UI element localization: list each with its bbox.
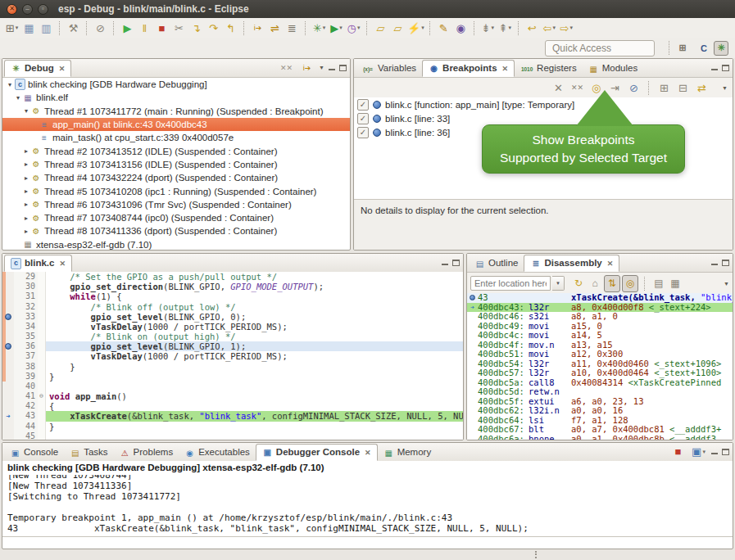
back-icon[interactable]: ⇦▾ — [542, 20, 557, 36]
debug-tree-row[interactable]: ▾cblink checking [GDB Hardware Debugging… — [2, 78, 350, 91]
disassembly-row[interactable]: 400dbc6a:bnonea0, a1, 0x400dbc8b <__addd… — [467, 435, 733, 440]
skip-all-breakpoints-icon[interactable]: ⊘ — [93, 20, 108, 36]
gutter-marker-column[interactable] — [2, 351, 14, 361]
right-tab-modules[interactable]: ▦Modules — [583, 61, 643, 77]
editor-line[interactable]: 34 vTaskDelay(1000 / portTICK_PERIOD_MS)… — [2, 322, 463, 332]
checkbox[interactable]: ✓ — [357, 99, 369, 111]
display-selected-console-icon[interactable]: ▣▾ — [691, 445, 706, 459]
disassembly-row[interactable]: 400dbc46:s32ia8, a1, 0 — [467, 312, 733, 322]
console-tab-tasks[interactable]: ▤Tasks — [64, 445, 113, 461]
expander-closed-icon[interactable]: ▸ — [22, 215, 30, 222]
right-tab-variables[interactable]: (x)=Variables — [356, 61, 422, 77]
use-step-filters-icon[interactable]: ⇌ — [267, 20, 283, 36]
remove-all-terminated-icon[interactable]: ✕✕ — [279, 61, 294, 75]
dropdown-arrow-icon[interactable]: ▾ — [552, 25, 556, 31]
disassembly-row[interactable]: 400dbc5d:retw.n — [467, 387, 733, 397]
debug-tree-row[interactable]: ▸⚙Thread #8 1073411336 (dport) (Suspende… — [2, 224, 350, 237]
build-icon[interactable]: ⚒ — [66, 20, 81, 36]
console-tab-debugger-console[interactable]: ▣Debugger Console✕ — [256, 444, 378, 461]
format-source-icon[interactable]: ✎ — [436, 20, 451, 36]
run-launch-icon[interactable]: ▶▾ — [329, 20, 344, 36]
expander-open-icon[interactable]: ▾ — [14, 94, 22, 102]
gutter-marker-column[interactable] — [2, 362, 14, 372]
expand-all-icon[interactable]: ⊞ — [656, 79, 672, 96]
right-tab-registers[interactable]: 1010Registers — [515, 61, 583, 77]
debug-tree-row[interactable]: ▾⚙Thread #1 1073411772 (main : Running) … — [2, 105, 350, 118]
previous-annotation-icon[interactable]: ⇞▾ — [497, 20, 513, 36]
breakpoint-row[interactable]: ✓blink.c [function: app_main] [type: Tem… — [354, 97, 733, 111]
minimize-icon[interactable] — [441, 259, 449, 266]
gutter-marker-column[interactable] — [2, 322, 14, 332]
debug-tree-row[interactable]: ≡app_main() at blink.c:43 0x400dbc43 — [2, 118, 350, 131]
maximize-icon[interactable] — [722, 260, 729, 266]
debug-tree-row[interactable]: ▾▦blink.elf — [2, 91, 350, 104]
window-maximize-button[interactable]: ▫ — [38, 4, 48, 15]
gutter-marker-column[interactable] — [2, 401, 14, 411]
save-icon[interactable]: ▦ — [21, 20, 37, 36]
gutter-marker-column[interactable] — [2, 332, 14, 341]
expander-closed-icon[interactable]: ▸ — [22, 147, 30, 155]
debug-tree-row[interactable]: ▸⚙Thread #2 1073413512 (IDLE) (Suspended… — [2, 144, 350, 157]
disassembly-row[interactable]: 400dbc51:movia12, 0x300 — [467, 350, 733, 359]
editor-line[interactable]: 42{ — [2, 401, 463, 411]
debug-tree-row[interactable]: ▸⚙Thread #7 1073408744 (ipc0) (Suspended… — [2, 211, 350, 224]
editor-line[interactable]: 36 gpio_set_level(BLINK_GPIO, 1); — [2, 341, 463, 351]
expander-open-icon[interactable]: ▾ — [6, 81, 14, 88]
view-menu-icon[interactable]: ▼ — [319, 65, 324, 70]
resume-icon[interactable]: ▶ — [120, 20, 135, 36]
disassembly-row[interactable]: 400dbc62:l32i.na0, a0, 16 — [467, 406, 733, 416]
editor-line[interactable]: 39} — [2, 372, 463, 382]
location-input[interactable] — [470, 276, 551, 291]
debug-tree-row[interactable]: ▸⚙Thread #3 1073413156 (IDLE) (Suspended… — [2, 158, 350, 171]
minimize-icon[interactable] — [710, 64, 719, 71]
dropdown-arrow-icon[interactable]: ▾ — [569, 25, 573, 31]
dropdown-arrow-icon[interactable]: ▾ — [508, 25, 511, 31]
sync-with-stack-frame-icon[interactable]: ⇅ — [604, 275, 620, 292]
gutter-marker-column[interactable] — [2, 391, 14, 401]
gutter-marker-column[interactable]: ➔ — [2, 411, 14, 421]
disassembly-row[interactable]: 400dbc4c:movia14, 5 — [467, 331, 733, 341]
gutter-marker-column[interactable] — [2, 291, 14, 301]
right-tab-breakpoints[interactable]: ◉Breakpoints✕ — [422, 60, 515, 77]
console-tab-console[interactable]: ▣Console — [4, 445, 64, 461]
gutter-marker-column[interactable] — [2, 272, 14, 282]
search-icon[interactable]: ◉ — [453, 20, 469, 36]
debug-tab-debug[interactable]: ✳Debug✕ — [4, 60, 71, 77]
expander-closed-icon[interactable]: ▸ — [22, 228, 30, 235]
track-expression-icon[interactable]: ◎ — [622, 275, 638, 292]
dropdown-arrow-icon[interactable]: ▾ — [357, 25, 361, 31]
gutter-marker-column[interactable] — [2, 302, 14, 312]
quick-access-box[interactable]: Quick Access — [545, 40, 655, 56]
maximize-icon[interactable] — [722, 65, 729, 71]
gutter-marker-column[interactable] — [2, 382, 14, 391]
disassembly-content[interactable]: 43xTaskCreate(&blink_task, "blink_tas➔40… — [467, 293, 733, 440]
debug-tree-row[interactable]: ≡main_task() at cpu_start.c:339 0x400d05… — [2, 131, 350, 144]
step-return-icon[interactable]: ↰ — [223, 20, 238, 36]
editor-line[interactable]: 33 gpio_set_level(BLINK_GPIO, 0); — [2, 312, 463, 322]
view-menu-icon[interactable]: ▼ — [722, 85, 728, 91]
console-tab-executables[interactable]: ◉Executables — [179, 445, 256, 461]
debug-tree-row[interactable]: ▸⚙Thread #6 1073431096 (Tmr Svc) (Suspen… — [2, 198, 350, 211]
forward-icon[interactable]: ⇨▾ — [559, 20, 574, 36]
debug-launch-icon[interactable]: ✳▾ — [311, 20, 327, 36]
suspend-icon[interactable]: ‖ — [137, 20, 152, 36]
location-dropdown-icon[interactable]: ▼ — [552, 276, 565, 291]
fold-icon[interactable]: ⊖ — [38, 391, 46, 401]
disassembly-row[interactable]: 400dbc57:l32ra10, 0x400d0464 <_stext+110… — [467, 368, 733, 378]
expander-closed-icon[interactable]: ▸ — [22, 201, 30, 208]
open-folder-icon[interactable]: ▱ — [373, 20, 388, 36]
dropdown-arrow-icon[interactable]: ▾ — [702, 449, 706, 455]
close-icon[interactable]: ✕ — [502, 65, 509, 73]
expander-closed-icon[interactable]: ▸ — [22, 160, 30, 168]
cpp-perspective-icon[interactable]: C — [697, 42, 710, 55]
debug-perspective-icon[interactable]: ✳ — [714, 41, 728, 56]
gutter-marker-column[interactable] — [2, 372, 14, 382]
collapse-all-icon[interactable]: ⊟ — [675, 79, 691, 96]
breakpoint-icon[interactable] — [5, 343, 11, 350]
disasm-tab-disassembly[interactable]: ≣Disassembly✕ — [524, 255, 619, 272]
maximize-icon[interactable] — [339, 65, 347, 71]
export-icon[interactable]: ▦ — [668, 276, 683, 291]
console-tab-memory[interactable]: ▦Memory — [378, 445, 438, 461]
step-over-icon[interactable]: ↷ — [206, 20, 221, 36]
next-annotation-icon[interactable]: ⇟▾ — [480, 20, 496, 36]
